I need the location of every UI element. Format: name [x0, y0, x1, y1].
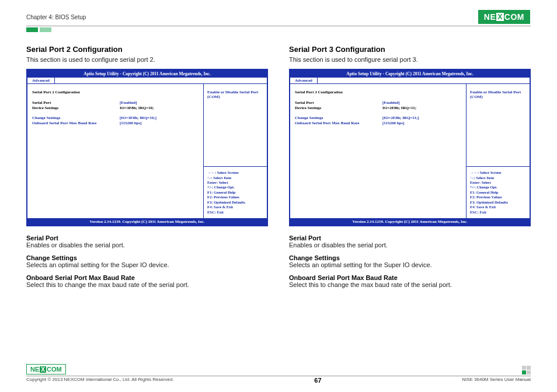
logo-text-left: NE — [484, 12, 496, 22]
bios-key: Enter: Select — [470, 180, 526, 185]
bios-row-device: Device Settings IO=2E8h; IRQ=11; — [295, 106, 461, 110]
bios-label: Serial Port — [295, 100, 382, 105]
bios-label: Serial Port — [32, 100, 120, 105]
bios-side: Enable or Disable Serial Port (COM) →←: … — [467, 84, 530, 218]
bios-screen: Aptio Setup Utility - Copyright (C) 2011… — [26, 69, 268, 226]
bios-help-text: Enable or Disable Serial Port (COM) — [467, 84, 530, 166]
bios-main: Serial Port 3 Configuration Serial Port … — [290, 84, 467, 218]
bios-row-device: Device Settings IO=3E8h; IRQ=10; — [32, 106, 199, 110]
bios-key: F2: Previous Values — [207, 195, 263, 200]
logo-text-right: COM — [47, 366, 62, 373]
desc-title: Onboard Serial Port Max Baud Rate — [26, 274, 268, 281]
bios-key: ↑↓: Select Item — [207, 176, 263, 180]
chapter-title: Chapter 4: BIOS Setup — [26, 14, 86, 20]
bios-value: IO=3E8h; IRQ=10; — [120, 106, 154, 110]
bios-label: Device Settings — [32, 106, 120, 110]
desc-block: Onboard Serial Port Max Baud Rate Select… — [26, 274, 268, 288]
bios-row-change: Change Settings [IO=3E8h; IRQ=10;] — [32, 116, 199, 120]
desc-block: Serial Port Enables or disables the seri… — [26, 235, 268, 249]
bios-key: F1: General Help — [207, 190, 263, 195]
bios-value: [Enabled] — [382, 100, 400, 105]
bios-label: Device Settings — [295, 106, 382, 110]
bios-row-baud: Onboard Serial Port Max Baud Rate [11520… — [32, 121, 199, 125]
bios-label: Onboard Serial Port Max Baud Rate — [295, 121, 382, 125]
bios-key: ESC: Exit — [207, 210, 263, 215]
bios-tab-advanced: Advanced — [27, 78, 55, 83]
page-header: Chapter 4: BIOS Setup NE X COM — [26, 9, 531, 26]
bios-tab-row: Advanced — [27, 78, 267, 84]
bios-key: F4: Save & Exit — [470, 205, 526, 209]
bios-key: F2: Previous Values — [470, 195, 526, 200]
footer-copyright: Copyright © 2013 NEXCOM International Co… — [26, 377, 174, 382]
bios-key: →←: Select Screen — [207, 170, 263, 175]
footer-manual: NISE 3640M Series User Manual — [462, 377, 531, 382]
desc-title: Serial Port — [26, 235, 268, 242]
bios-titlebar: Aptio Setup Utility - Copyright (C) 2011… — [290, 70, 530, 78]
bios-key: →←: Select Screen — [470, 170, 526, 175]
desc-text: Select this to change the max baud rate … — [26, 281, 268, 288]
bios-main: Serial Port 2 Configuration Serial Port … — [27, 84, 204, 218]
nexcom-logo: NE X COM — [478, 9, 531, 24]
bios-footer: Version 2.14.1219. Copyright (C) 2011 Am… — [290, 218, 530, 225]
bios-key: ↑↓: Select Item — [470, 176, 526, 180]
bios-titlebar: Aptio Setup Utility - Copyright (C) 2011… — [27, 70, 267, 78]
bios-value: IO=2E8h; IRQ=11; — [382, 106, 416, 110]
logo-text-right: COM — [504, 12, 524, 22]
section-desc: This section is used to configure serial… — [289, 56, 531, 63]
desc-block: Change Settings Selects an optimal setti… — [26, 254, 268, 268]
footer-squares-icon — [522, 366, 531, 374]
section-desc: This section is used to configure serial… — [26, 56, 268, 63]
bios-row-change: Change Settings [IO=2E8h; IRQ=11;] — [295, 116, 461, 120]
bios-tab-advanced: Advanced — [290, 78, 318, 83]
bios-value: [IO=3E8h; IRQ=10;] — [120, 116, 156, 120]
desc-title: Change Settings — [289, 254, 531, 261]
header-tab-marks — [26, 27, 531, 32]
bios-body: Serial Port 3 Configuration Serial Port … — [290, 84, 530, 218]
bios-key: F3: Optimized Defaults — [207, 200, 263, 205]
desc-text: Select this to change the max baud rate … — [289, 281, 531, 288]
bios-footer: Version 2.14.1219. Copyright (C) 2011 Am… — [27, 218, 267, 225]
bios-row-serial-port: Serial Port [Enabled] — [295, 100, 461, 105]
right-column: Serial Port 3 Configuration This section… — [289, 45, 531, 294]
bios-config-title: Serial Port 3 Configuration — [295, 90, 461, 94]
logo-text-mid: X — [40, 366, 46, 373]
desc-title: Change Settings — [26, 254, 268, 261]
bios-key: ESC: Exit — [470, 210, 526, 215]
bios-value: [115200 bps] — [382, 121, 405, 125]
page-footer: NE X COM Copyright © 2013 NEXCOM Interna… — [26, 363, 531, 384]
logo-text-left: NE — [30, 366, 39, 373]
bios-key-legend: →←: Select Screen ↑↓: Select Item Enter:… — [467, 166, 530, 218]
bios-body: Serial Port 2 Configuration Serial Port … — [27, 84, 267, 218]
bios-config-title: Serial Port 2 Configuration — [32, 90, 199, 94]
desc-title: Serial Port — [289, 235, 531, 242]
desc-text: Enables or disables the serial port. — [26, 242, 268, 249]
bios-value: [115200 bps] — [120, 121, 142, 125]
content-columns: Serial Port 2 Configuration This section… — [26, 45, 531, 294]
bios-screen: Aptio Setup Utility - Copyright (C) 2011… — [289, 69, 531, 226]
bios-row-baud: Onboard Serial Port Max Baud Rate [11520… — [295, 121, 461, 125]
page-number: 67 — [314, 377, 321, 384]
bios-key: F3: Optimized Defaults — [470, 200, 526, 205]
bios-key: +/-: Change Opt. — [207, 185, 263, 190]
bios-value: [IO=2E8h; IRQ=11;] — [382, 116, 419, 120]
bios-row-serial-port: Serial Port [Enabled] — [32, 100, 199, 105]
desc-title: Onboard Serial Port Max Baud Rate — [289, 274, 531, 281]
left-column: Serial Port 2 Configuration This section… — [26, 45, 268, 294]
desc-text: Enables or disables the serial port. — [289, 242, 531, 249]
tab-mark — [40, 27, 51, 32]
tab-mark — [26, 27, 38, 32]
bios-label: Onboard Serial Port Max Baud Rate — [32, 121, 120, 125]
bios-key: F1: General Help — [470, 190, 526, 195]
bios-help-text: Enable or Disable Serial Port (COM) — [204, 84, 267, 166]
bios-key: Enter: Select — [207, 180, 263, 185]
bios-side: Enable or Disable Serial Port (COM) →←: … — [204, 84, 267, 218]
bios-key: F4: Save & Exit — [207, 205, 263, 209]
section-heading: Serial Port 3 Configuration — [289, 45, 531, 54]
bios-key: +/-: Change Opt. — [470, 185, 526, 190]
nexcom-footer-logo: NE X COM — [26, 364, 66, 374]
desc-text: Selects an optimal setting for the Super… — [289, 261, 531, 268]
bios-tab-row: Advanced — [290, 78, 530, 84]
desc-block: Serial Port Enables or disables the seri… — [289, 235, 531, 249]
bios-value: [Enabled] — [120, 100, 137, 105]
bios-label: Change Settings — [295, 116, 382, 120]
